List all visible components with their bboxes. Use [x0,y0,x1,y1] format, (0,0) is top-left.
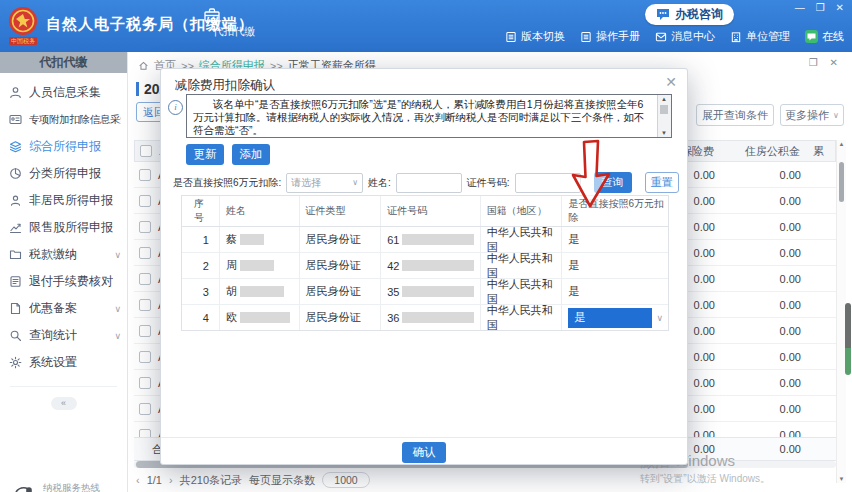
tab-withholding-module[interactable]: 代扣代缴 [203,7,265,39]
briefcase-icon [203,7,265,23]
sidebar-item-query-statistics[interactable]: 查询统计∨ [0,322,127,349]
scroll-up-icon[interactable]: ▲ [658,96,670,102]
next-page-button[interactable]: › [169,474,173,486]
nav-operation-manual[interactable]: 操作手册 [580,29,640,44]
row-index: 4 [182,305,220,330]
title-accent-bar [136,82,139,96]
housing-fund-value: 0.00 [728,247,814,259]
sidebar-item-classified-income-declaration[interactable]: 分类所得申报 [0,160,127,187]
sidebar-item-tax-payment[interactable]: 税款缴纳∨ [0,241,127,268]
housing-fund-value: 0.00 [728,273,814,285]
page-restore-icon[interactable]: ❐ [809,57,818,68]
receipt-icon [9,275,22,288]
page-close-icon[interactable]: ✕ [830,57,838,68]
deduction-confirm-dialog: 减除费用扣除确认 ✕ i 该名单中“是否直接按照6万元扣除”选“是”的纳税人，累… [160,68,688,465]
housing-fund-value: 0.00 [728,325,814,337]
col-header-nationality: 国籍（地区） [481,196,563,226]
total-records: 共210条记录 [180,473,242,488]
row-checkbox[interactable] [139,299,151,311]
sidebar-item-preferential-filing[interactable]: 优惠备案∨ [0,295,127,322]
deduct-filter-select[interactable]: 请选择 ∨ [286,173,363,193]
confirm-button[interactable]: 确认 [402,442,446,463]
sidebar-item-refund-fee-verification[interactable]: 退付手续费核对 [0,268,127,295]
add-button[interactable]: 添加 [232,144,270,165]
more-actions-button[interactable]: 更多操作∨ [780,104,844,126]
folder-icon [9,248,22,261]
sidebar-item-label: 综合所得申报 [29,138,101,155]
reset-button[interactable]: 重置 [645,172,679,193]
row-checkbox[interactable] [139,377,151,389]
update-button[interactable]: 更新 [186,144,224,165]
name-filter-label: 姓名: [368,176,391,190]
restore-button[interactable]: ❐ [816,3,825,13]
housing-fund-value: 0.00 [728,169,814,181]
tax-consult-button[interactable]: 办税咨询 [645,4,734,25]
sidebar-item-label: 专项附加扣除信息采集 [29,113,121,127]
total-housing-fund-value: 0.00 [728,443,814,455]
sidebar-item-label: 非居民所得申报 [29,192,113,209]
sidebar-item-special-additional-deduction-info[interactable]: 专项附加扣除信息采集 [0,106,127,133]
row-checkbox[interactable] [139,351,151,363]
row-checkbox[interactable] [139,325,151,337]
row-checkbox[interactable] [139,221,151,233]
row-checkbox[interactable] [139,273,151,285]
expand-query-button[interactable]: 展开查询条件 [696,104,774,126]
sidebar-item-comprehensive-income-declaration[interactable]: 综合所得申报 [0,133,127,160]
id-number: 35 [381,279,481,304]
taxpayer-name: 胡 [220,279,300,304]
chevron-down-icon: ∨ [114,331,121,341]
chevron-down-icon: ∨ [352,178,358,187]
scroll-down-icon[interactable]: ▼ [837,476,846,482]
nationality: 中华人民共和国 [481,279,563,304]
select-all-checkbox[interactable] [140,145,152,157]
taxpayer-name: 周 [220,253,300,278]
scroll-down-icon[interactable]: ▼ [658,130,670,136]
row-checkbox[interactable] [139,195,151,207]
housing-fund-value: 0.00 [728,195,814,207]
svg-text:中国税务: 中国税务 [11,38,35,45]
id-number: 36 [381,305,481,330]
name-redaction [240,234,264,245]
scroll-up-icon[interactable]: ▲ [837,141,846,147]
deduction-select[interactable]: 是 [568,308,652,328]
chat-bubble-icon [656,8,670,21]
col-header-no: 序号 [182,196,220,226]
row-checkbox[interactable] [139,169,151,181]
dialog-close-icon[interactable]: ✕ [665,74,677,90]
name-redaction [240,312,290,323]
nationality: 中华人民共和国 [481,227,563,252]
chevron-down-icon: ∨ [833,111,839,120]
deduction-value: 是 [568,258,579,273]
minimize-button[interactable]: — [795,3,805,13]
notice-scrollbar-thumb[interactable] [660,105,668,114]
nav-version-switch[interactable]: 版本切换 [505,29,565,44]
sidebar-item-label: 优惠备案 [29,300,77,317]
sidebar-item-personnel-info-collection[interactable]: 人员信息采集 [0,79,127,106]
notice-box: 该名单中“是否直接按照6万元扣除”选“是”的纳税人，累计减除费用自1月份起将直接… [186,94,672,138]
sidebar-collapse-button[interactable]: « [51,397,77,410]
nav-unit-management[interactable]: 单位管理 [730,29,790,44]
row-checkbox[interactable] [139,247,151,259]
id-redaction [402,234,474,245]
sidebar: 代扣代缴 人员信息采集专项附加扣除信息采集综合所得申报分类所得申报非居民所得申报… [0,52,128,492]
close-window-button[interactable]: ✕ [836,3,844,13]
col-header-name: 姓名 [220,196,300,226]
sidebar-item-non-resident-income-declaration[interactable]: 非居民所得申报 [0,187,127,214]
info-icon: i [168,100,183,115]
module-tab-label: 代扣代缴 [203,25,265,39]
prev-page-button[interactable]: ‹ [136,474,140,486]
sidebar-item-system-settings[interactable]: 系统设置 [0,349,127,376]
window-scrollbar-thumb[interactable] [845,303,851,375]
name-filter-input[interactable] [396,173,462,193]
notice-scrollbar[interactable]: ▲ ▼ [657,95,671,137]
tax-bureau-emblem-logo: 中国税务 [3,4,43,48]
deduction-row: 1蔡居民身份证61中华人民共和国是 [182,227,668,253]
nav-message-center[interactable]: 消息中心 [655,29,715,44]
nav-online-status[interactable]: 在线 [805,29,844,44]
per-page-input[interactable] [322,472,370,488]
row-checkbox[interactable] [139,403,151,415]
id-type: 居民身份证 [300,279,382,304]
vertical-scrollbar-thumb[interactable] [839,162,844,202]
document-icon [505,31,517,43]
sidebar-item-restricted-stock-income-declaration[interactable]: 限售股所得申报 [0,214,127,241]
